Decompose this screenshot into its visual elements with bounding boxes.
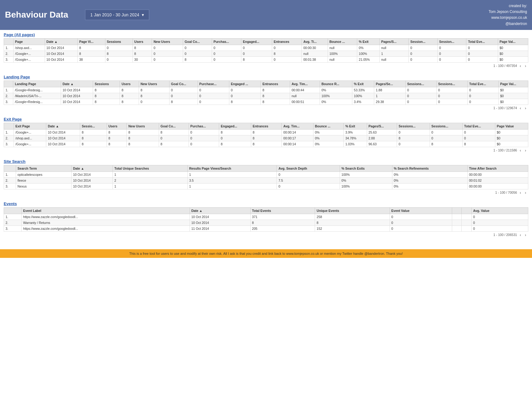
landing-next-btn[interactable]: › [524,106,527,110]
col-exit[interactable]: % Exit [352,81,374,87]
footer-text: This is a free tool for users to use and… [129,252,403,255]
col-sessio[interactable]: Sessio... [80,123,107,129]
table-cell: 8 [272,51,301,56]
table-cell: 8 [159,129,189,135]
col-new-users[interactable]: New Users [139,81,169,87]
col-sessions2[interactable]: Sessions... [430,123,462,129]
exit-next-btn[interactable]: › [524,148,527,153]
section-exit-title[interactable]: Exit Page [4,117,528,122]
col-goal-co[interactable]: Goal Co... [183,38,212,45]
col-date[interactable]: Date ▲ [45,38,77,45]
col-entrances[interactable]: Entrances [261,81,290,87]
col-users[interactable]: Users [133,38,152,45]
section-page-title[interactable]: Page (All pages) [4,32,528,37]
table-cell: 0 [189,135,219,141]
date-range-selector[interactable]: 1 Jan 2010 - 30 Jun 2024 ▾ [85,10,149,20]
col-total-eve[interactable]: Total Eve... [466,38,498,45]
col-sessions1[interactable]: Sessions... [405,81,436,87]
table-cell: 0 [468,93,498,99]
table-cell: 53.33% [352,87,374,93]
col-avg-tim[interactable]: Avg. Tim... [282,123,313,129]
col-avg-value[interactable]: Avg. Value [472,207,528,214]
col-bounce[interactable]: Bounce ... [328,38,357,45]
col-page-val[interactable]: Page Val... [498,81,528,87]
section-site-search-title[interactable]: Site Search [4,159,528,164]
col-page-val[interactable]: Page Val... [498,38,528,45]
col-total-unique[interactable]: Total Unique Searches [113,165,188,172]
col-sessions[interactable]: Sessions [93,81,120,87]
col-search-ref[interactable]: % Search Refinements [392,165,467,172]
col-entrances[interactable]: Entrances [272,38,301,45]
table-cell: 0 [468,87,498,93]
col-users[interactable]: Users [120,81,139,87]
landing-prev-btn[interactable]: ‹ [519,106,522,110]
col-time-after[interactable]: Time After Search [467,165,528,172]
col-results-page[interactable]: Results Page Views/Search [187,165,277,172]
col-pages-s[interactable]: Pages/S... [379,38,408,45]
col-engaged[interactable]: Engaged... [219,123,251,129]
table-cell: 2.88 [367,135,397,141]
col-total-eve[interactable]: Total Eve... [462,123,495,129]
col-bounce[interactable]: Bounce ... [313,123,344,129]
section-landing-title[interactable]: Landing Page [4,75,528,79]
col-date[interactable]: Date ▲ [71,165,113,172]
page-prev-btn[interactable]: ‹ [519,64,522,68]
col-unique-events[interactable]: Unique Events [315,207,390,214]
col-pageviews[interactable]: Page Vi... [77,38,105,45]
col-exit[interactable]: % Exit [357,38,380,45]
col-avg-depth[interactable]: Avg. Search Depth [277,165,340,172]
col-engaged[interactable]: Engaged... [241,38,272,45]
col-search-term[interactable]: Search Term [16,165,71,172]
events-next-btn[interactable]: › [524,233,527,237]
table-cell: 8 [107,141,127,147]
col-exit-page[interactable]: Exit Page [14,123,46,129]
col-purchas[interactable]: Purchas... [189,123,219,129]
col-bounce-r[interactable]: Bounce R... [320,81,352,87]
exit-prev-btn[interactable]: ‹ [519,148,522,153]
col-new-users[interactable]: New Users [127,123,159,129]
col-new-users[interactable]: New Users [152,38,183,45]
table-cell: 1 [187,183,277,189]
footer: This is a free tool for users to use and… [0,249,532,258]
col-total-events[interactable]: Total Events [250,207,315,214]
events-prev-btn[interactable]: ‹ [519,233,522,237]
col-avg-tim[interactable]: Avg. Tim... [290,81,320,87]
table-cell: 0 [430,135,462,141]
col-session2[interactable]: Session... [437,38,466,45]
col-pages-se[interactable]: Pages/Se... [374,81,406,87]
col-landing-page[interactable]: Landing Page [13,81,61,87]
col-purchas[interactable]: Purchas... [212,38,241,45]
page-next-btn[interactable]: › [524,64,527,68]
col-purchase[interactable]: Purchase... [198,81,229,87]
col-date[interactable]: Date ▲ [190,207,250,214]
table-cell: 0 [189,141,219,147]
table-cell: 1. [4,129,14,135]
col-goal-co[interactable]: Goal Co... [159,123,189,129]
col-pages-s[interactable]: Pages/S... [367,123,397,129]
table-cell: 0 [183,51,212,56]
col-session1[interactable]: Session... [409,38,438,45]
table-row: 1./Google+...10 Oct 2014888808800:00:140… [4,129,528,135]
col-page-value[interactable]: Page Value [495,123,528,129]
col-sessions2[interactable]: Sessions... [436,81,468,87]
table-cell: /Google+... [14,141,46,147]
col-date[interactable]: Date ▲ [46,123,80,129]
site-search-next-btn[interactable]: › [524,190,527,195]
section-events-title[interactable]: Events [4,201,528,206]
col-date[interactable]: Date ▲ [61,81,93,87]
col-avg-ti[interactable]: Avg. Ti... [302,38,328,45]
col-event-value[interactable]: Event Value [390,207,452,214]
col-goal-co[interactable]: Goal Co... [169,81,198,87]
col-event-label[interactable]: Event Label [22,207,190,214]
col-users[interactable]: Users [107,123,127,129]
section-page: Page (All pages) Page Date ▲ Page Vi... … [4,32,528,69]
col-sessions[interactable]: Sessions [105,38,133,45]
col-page[interactable]: Page [13,38,45,45]
col-total-eve[interactable]: Total Eve... [468,81,498,87]
col-exit[interactable]: % Exit [344,123,367,129]
col-sessions1[interactable]: Sessions... [397,123,430,129]
col-entrances[interactable]: Entrances [251,123,282,129]
site-search-prev-btn[interactable]: ‹ [519,190,522,195]
col-engaged[interactable]: Engaged ... [229,81,261,87]
col-search-exits[interactable]: % Search Exits [340,165,392,172]
